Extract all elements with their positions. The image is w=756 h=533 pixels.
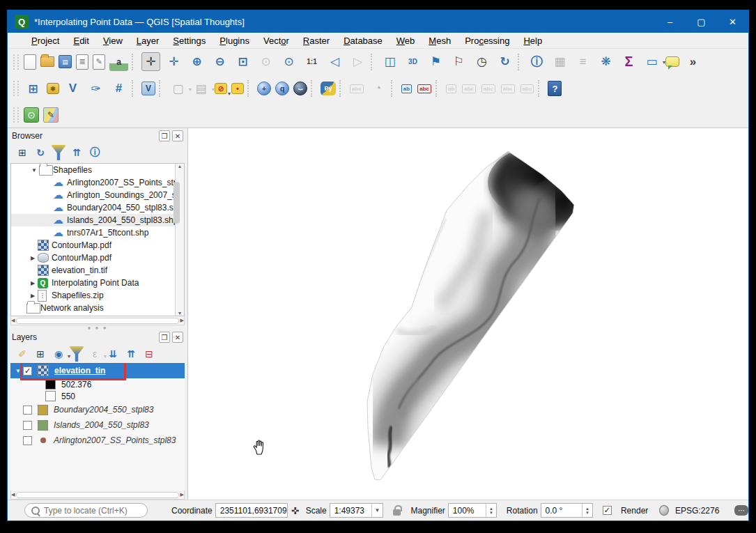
quickosm-plugin-icon[interactable]: ✎	[43, 107, 59, 123]
new-project-icon[interactable]	[24, 54, 36, 70]
tree-expander-icon[interactable]: ▶	[28, 255, 38, 261]
data-source-manager-icon[interactable]: ⊞	[24, 79, 43, 98]
manage-map-themes-icon[interactable]: ◉	[51, 346, 66, 362]
zoom-to-layer-icon[interactable]: ⊙	[279, 52, 298, 71]
select-by-location-icon[interactable]: •	[231, 83, 244, 94]
tree-expander-icon[interactable]: ▼	[29, 167, 39, 173]
toolbar-grip[interactable]	[13, 81, 19, 96]
map-tips-icon[interactable]	[665, 56, 679, 67]
menu-vector[interactable]: Vector	[256, 34, 296, 47]
new-mesh-layer-icon[interactable]: #	[109, 79, 128, 98]
browser-item-arlington-points[interactable]: ☁Arlington2007_SS_Points_stpl8	[11, 176, 175, 189]
refresh-browser-icon[interactable]: ↻	[33, 145, 48, 160]
properties-widget-icon[interactable]: ⓘ	[87, 145, 102, 160]
pin-labels-icon[interactable]: ab	[401, 84, 412, 93]
layers-horizontal-scrollbar[interactable]: ◀▶	[10, 490, 185, 500]
menu-web[interactable]: Web	[389, 34, 422, 47]
zoom-out-icon[interactable]: ⊖	[210, 52, 229, 71]
zoom-last-icon[interactable]: ◁	[325, 52, 344, 71]
identify-features-icon[interactable]: ⓘ	[527, 52, 546, 71]
zoom-in-icon[interactable]: ⊕	[187, 52, 206, 71]
menu-settings[interactable]: Settings	[166, 34, 213, 47]
layer-boundary[interactable]: Boundary2004_550_stpl83	[10, 402, 185, 417]
layer-visibility-checkbox[interactable]	[23, 436, 32, 445]
scroll-left-icon[interactable]: ◀	[11, 492, 15, 497]
crs-globe-icon[interactable]	[659, 505, 669, 516]
scroll-right-icon[interactable]: ▶	[180, 492, 184, 497]
search-layers-icon[interactable]: q	[275, 82, 289, 95]
layers-float-button[interactable]: ❐	[159, 332, 170, 343]
show-statistics-icon[interactable]: Σ	[619, 52, 638, 71]
filter-legend-icon[interactable]	[69, 346, 84, 362]
toolbar-overflow-icon[interactable]: »	[684, 52, 702, 71]
close-button[interactable]: ✕	[717, 10, 748, 33]
menu-processing[interactable]: Processing	[458, 34, 516, 47]
menu-help[interactable]: Help	[516, 34, 549, 47]
menu-view[interactable]: View	[96, 34, 130, 47]
scroll-down-icon[interactable]: ▼	[178, 311, 183, 316]
new-print-layout-icon[interactable]: ≣	[76, 54, 88, 70]
python-console-icon[interactable]: Py	[321, 82, 336, 95]
processing-toolbox-icon[interactable]: ❋	[596, 52, 615, 71]
locator-search[interactable]	[24, 503, 148, 518]
layer-islands[interactable]: Islands_2004_550_stpl83	[10, 417, 185, 433]
menu-layer[interactable]: Layer	[130, 34, 167, 47]
browser-item-contourmap-db[interactable]: ▶ContourMap.pdf	[11, 252, 175, 264]
crs-status[interactable]: EPSG:2276	[675, 506, 719, 516]
browser-item-boundary[interactable]: ☁Boundary2004_550_stpl83.shp	[11, 201, 175, 214]
help-icon[interactable]: ?	[548, 81, 562, 96]
legend-max[interactable]: 550	[10, 390, 185, 402]
scroll-up-icon[interactable]: ▲	[178, 164, 183, 169]
browser-close-button[interactable]: ✕	[172, 130, 183, 141]
remove-layer-icon[interactable]: ⊟	[141, 346, 157, 362]
messages-icon[interactable]: ⋯	[734, 505, 748, 516]
menu-mesh[interactable]: Mesh	[422, 34, 458, 47]
spinner-arrows-icon[interactable]: ▲▼	[582, 504, 592, 517]
layer-elevation-tin[interactable]: ▼✓elevation_tin	[10, 363, 185, 378]
scroll-right-icon[interactable]: ▶	[180, 318, 184, 323]
open-project-icon[interactable]	[40, 56, 54, 67]
browser-item-islands[interactable]: ☁Islands_2004_550_stpl83.shp	[11, 214, 175, 226]
browser-float-button[interactable]: ❐	[159, 130, 170, 141]
browser-item-shapefiles-zip[interactable]: ▶⋮Shapefiles.zip	[11, 289, 175, 302]
coordinate-input[interactable]: 2351101,6931709	[215, 503, 288, 518]
browser-item-contourmap-raster[interactable]: ContourMap.pdf	[11, 239, 175, 252]
menu-database[interactable]: Database	[337, 34, 389, 47]
zoom-native-icon[interactable]: 1:1	[302, 52, 321, 71]
new-temporary-scratch-layer-icon[interactable]: V	[141, 82, 155, 95]
collapse-all-layers-icon[interactable]: ⇈	[123, 346, 139, 362]
locator-input[interactable]	[44, 506, 141, 516]
toolbar-grip[interactable]	[13, 107, 19, 123]
browser-item-project[interactable]: ▶QInterpolating Point Data	[11, 277, 175, 289]
extents-toggle-icon[interactable]: ✜	[289, 504, 302, 518]
layer-styling-icon[interactable]: ✐	[15, 346, 30, 362]
add-selected-layers-icon[interactable]: ⊞	[15, 145, 30, 160]
layer-visibility-checkbox[interactable]: ✓	[23, 366, 32, 376]
new-map-view-icon[interactable]: ◫	[380, 52, 399, 71]
deselect-all-layers-icon[interactable]: ⊘	[215, 83, 227, 94]
new-spatialite-layer-icon[interactable]: ✑	[86, 79, 105, 98]
titlebar[interactable]: Q *Interpolating Point Data — QGIS [Spat…	[8, 10, 748, 33]
expand-all-icon[interactable]: ⇊	[105, 346, 121, 362]
toolbar-grip[interactable]	[13, 54, 19, 70]
style-manager-icon[interactable]: a	[109, 52, 128, 71]
filter-browser-icon[interactable]	[51, 145, 66, 160]
menu-plugins[interactable]: Plugins	[213, 34, 256, 47]
save-project-icon[interactable]: ▤	[59, 55, 72, 68]
show-layout-manager-icon[interactable]: ✎	[93, 54, 105, 70]
browser-item-arlington-soundings[interactable]: ☁Arlington_Soundings_2007_st	[11, 189, 175, 201]
qms-search-plugin-icon[interactable]: ⊙	[24, 107, 39, 123]
collapse-all-icon[interactable]: ⇈	[69, 145, 84, 160]
chevron-down-icon[interactable]: ▼	[371, 504, 383, 517]
map-canvas[interactable]	[187, 128, 748, 500]
new-spatial-bookmark-icon[interactable]: ⚑	[426, 52, 445, 71]
highlight-labels-icon[interactable]: abc	[417, 84, 431, 93]
osm-place-search-icon[interactable]: ⌣	[293, 82, 307, 95]
new-geopackage-layer-icon[interactable]: ✱	[47, 83, 59, 94]
lock-scale-icon[interactable]	[393, 509, 401, 516]
minimize-button[interactable]: –	[654, 10, 686, 33]
metasearch-icon[interactable]: +	[257, 82, 271, 95]
menu-raster[interactable]: Raster	[296, 34, 337, 47]
rotation-spinbox[interactable]: 0.0 ° ▲▼	[541, 503, 593, 518]
browser-item-tnrs[interactable]: ☁tnrs07Ar1_5ftcont.shp	[11, 226, 175, 239]
